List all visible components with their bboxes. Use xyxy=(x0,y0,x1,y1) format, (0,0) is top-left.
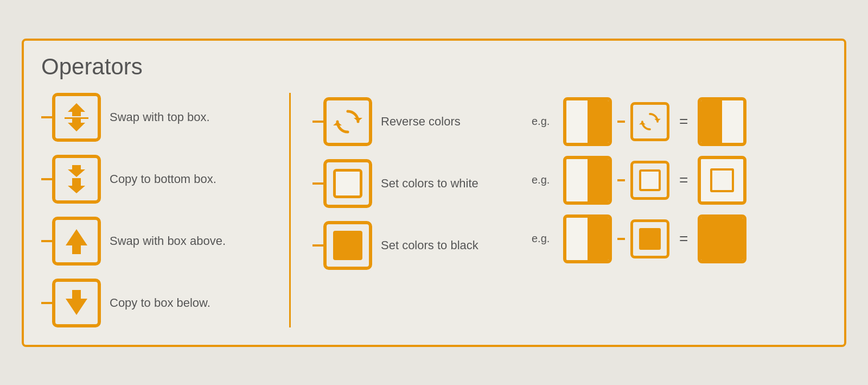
left-column: Swap with top box. xyxy=(41,93,291,327)
copy-below-icon-box xyxy=(52,279,101,327)
white-op-eg xyxy=(639,169,661,191)
svg-marker-13 xyxy=(354,118,362,122)
input-split-1 xyxy=(563,97,612,146)
swap-above-svg xyxy=(60,225,93,257)
reverse-label: Reverse colors xyxy=(381,115,461,129)
connector-mid-2 xyxy=(312,182,323,185)
copy-bottom-icon-box xyxy=(52,155,101,204)
op-reverse: Reverse colors xyxy=(312,97,506,146)
swap-top-wrapper xyxy=(41,93,101,142)
set-white-label: Set colors to white xyxy=(381,176,478,191)
white-inner-result xyxy=(710,168,734,192)
example-black: e.g. = xyxy=(532,214,827,263)
result-white xyxy=(698,156,746,205)
split-content-1 xyxy=(566,100,609,143)
input-split-2 xyxy=(563,156,612,205)
operators-panel: Operators xyxy=(22,39,846,347)
svg-rect-7 xyxy=(72,178,81,186)
op-set-black: Set colors to black xyxy=(312,221,506,270)
op-swap-above: Swap with box above. xyxy=(41,217,272,266)
split-left-3 xyxy=(566,218,588,260)
right-column: e.g. xyxy=(519,93,827,327)
set-black-icon-box xyxy=(323,221,372,270)
connector-left-3 xyxy=(41,240,52,242)
white-inner xyxy=(333,169,362,198)
mid-column: Reverse colors Set colors to white xyxy=(291,93,519,327)
split-content-3 xyxy=(566,218,609,260)
connector-left-2 xyxy=(41,178,52,180)
conn-1a xyxy=(617,121,625,123)
op-copy-below: Copy to box below. xyxy=(41,279,272,327)
connector-left-4 xyxy=(41,302,52,304)
eg-label-1: e.g. xyxy=(532,115,558,128)
split-left-1 xyxy=(566,100,588,143)
svg-marker-8 xyxy=(68,186,85,193)
op-set-white: Set colors to white xyxy=(312,159,506,208)
split-left-2 xyxy=(566,159,588,201)
svg-marker-15 xyxy=(654,118,661,121)
input-split-3 xyxy=(563,214,612,263)
reverse-wrapper xyxy=(312,97,372,146)
result-reverse xyxy=(698,97,746,146)
swap-above-icon-box xyxy=(52,217,101,266)
connector-mid-1 xyxy=(312,121,323,123)
copy-bottom-wrapper xyxy=(41,155,101,204)
copy-bottom-svg xyxy=(60,163,93,195)
result-black xyxy=(698,214,746,263)
set-white-icon-box xyxy=(323,159,372,208)
eq-3: = xyxy=(679,230,688,248)
eg-label-3: e.g. xyxy=(532,232,558,245)
svg-marker-6 xyxy=(68,169,85,177)
svg-marker-0 xyxy=(68,103,85,112)
swap-top-label: Swap with top box. xyxy=(110,110,210,124)
black-inner xyxy=(333,231,362,260)
svg-rect-1 xyxy=(72,112,81,116)
eg-label-2: e.g. xyxy=(532,174,558,186)
split-right-2 xyxy=(588,159,609,201)
split-right-1 xyxy=(588,100,609,143)
op-icon-black-eg xyxy=(630,219,669,258)
swap-above-label: Swap with box above. xyxy=(110,234,226,248)
svg-marker-3 xyxy=(68,123,85,131)
svg-marker-12 xyxy=(66,299,87,315)
conn-3a xyxy=(617,238,625,240)
op-swap-top: Swap with top box. xyxy=(41,93,272,142)
example-white: e.g. = xyxy=(532,156,827,205)
reverse-svg xyxy=(333,107,362,136)
op-icon-reverse-eg xyxy=(630,102,669,141)
white-result xyxy=(701,159,743,201)
copy-below-wrapper xyxy=(41,279,101,327)
orange-result xyxy=(701,218,743,260)
reverse-eg-svg xyxy=(639,111,661,132)
panel-title: Operators xyxy=(41,54,827,80)
swap-top-icon-box xyxy=(52,93,101,142)
connector-left xyxy=(41,116,52,118)
split-content-2 xyxy=(566,159,609,201)
conn-2a xyxy=(617,179,625,181)
svg-rect-10 xyxy=(72,245,81,254)
result-right-1 xyxy=(722,100,743,143)
svg-marker-16 xyxy=(639,122,646,124)
eq-1: = xyxy=(679,113,688,130)
black-op-eg xyxy=(639,228,661,250)
split-right-3 xyxy=(588,218,609,260)
content-area: Swap with top box. xyxy=(41,93,827,327)
set-black-wrapper xyxy=(312,221,372,270)
eq-2: = xyxy=(679,172,688,189)
svg-rect-4 xyxy=(72,118,81,123)
svg-marker-9 xyxy=(66,229,87,245)
swap-top-svg xyxy=(60,101,93,134)
op-copy-bottom: Copy to bottom box. xyxy=(41,155,272,204)
swap-above-wrapper xyxy=(41,217,101,266)
svg-rect-11 xyxy=(72,290,81,299)
copy-below-svg xyxy=(60,287,93,319)
op-icon-white-eg xyxy=(630,161,669,200)
result-split-1 xyxy=(701,100,743,143)
copy-below-label: Copy to box below. xyxy=(110,296,210,310)
result-left-1 xyxy=(701,100,722,143)
example-reverse: e.g. xyxy=(532,97,827,146)
copy-bottom-label: Copy to bottom box. xyxy=(110,172,216,186)
connector-mid-3 xyxy=(312,244,323,247)
svg-marker-14 xyxy=(333,122,342,125)
reverse-icon-box xyxy=(323,97,372,146)
